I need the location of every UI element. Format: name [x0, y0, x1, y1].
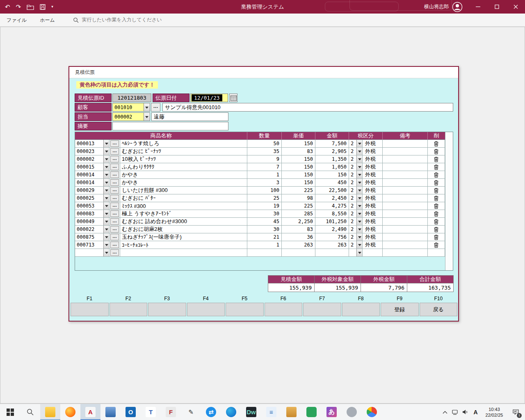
unit-price-cell[interactable]: 98	[282, 194, 315, 202]
product-lookup-button[interactable]: …	[110, 195, 119, 201]
outlook-icon[interactable]: O	[121, 404, 141, 420]
table-scrollbar-track[interactable]	[445, 132, 453, 270]
product-name-cell[interactable]: 玉ねぎﾁｯﾌﾟｽ(一味唐辛子)	[120, 233, 247, 241]
settings-app-icon[interactable]	[342, 404, 362, 420]
tax-class-dropdown-button[interactable]	[356, 210, 362, 217]
product-code-combo[interactable]: 000013	[75, 140, 109, 147]
quantity-cell[interactable]: 35	[247, 148, 282, 155]
quantity-cell[interactable]: 3	[247, 179, 282, 187]
product-lookup-button[interactable]: …	[110, 203, 119, 209]
fax-app-icon[interactable]: F	[161, 404, 181, 420]
tax-class-dropdown-button[interactable]	[356, 155, 362, 163]
tax-class-combo[interactable]: 2	[349, 140, 362, 147]
delete-row-button[interactable]	[434, 242, 438, 248]
product-name-cell[interactable]: ﾍﾙｼｰうす焼しろ	[120, 140, 247, 148]
file-tab[interactable]: ファイル	[0, 14, 33, 27]
delete-row-button[interactable]	[434, 164, 438, 170]
function-key-button[interactable]: 登録	[381, 303, 419, 316]
product-code-combo[interactable]: 000025	[75, 194, 109, 202]
quantity-cell[interactable]: 1	[247, 171, 282, 179]
unit-price-cell[interactable]: 150	[282, 179, 315, 187]
start-button[interactable]	[0, 404, 20, 420]
delete-row-button[interactable]	[434, 180, 438, 185]
save-icon[interactable]	[40, 4, 46, 10]
text-editor-icon[interactable]: T	[141, 404, 161, 420]
function-key-button[interactable]	[226, 303, 264, 316]
close-button[interactable]	[506, 0, 525, 14]
tax-class-dropdown-button[interactable]	[356, 202, 362, 210]
quantity-cell[interactable]: 1	[247, 241, 282, 249]
product-lookup-button[interactable]: …	[110, 171, 119, 178]
customer-code-combo[interactable]: 001010	[112, 103, 150, 112]
note-cell[interactable]	[383, 194, 428, 202]
chrome-icon[interactable]	[362, 404, 382, 420]
product-lookup-button[interactable]: …	[110, 179, 119, 186]
tax-class-dropdown-button[interactable]	[356, 163, 362, 171]
product-code-combo[interactable]	[75, 249, 109, 256]
unit-price-cell[interactable]: 2,250	[282, 218, 315, 226]
unit-price-cell[interactable]: 150	[282, 163, 315, 171]
edge-browser-icon[interactable]	[221, 404, 241, 420]
quantity-cell[interactable]: 45	[247, 218, 282, 226]
product-name-cell[interactable]: しいたけ煎餅 #300	[120, 187, 247, 194]
tray-expand-chevron-icon[interactable]	[440, 404, 450, 420]
tax-class-dropdown-button[interactable]	[356, 226, 362, 233]
product-code-combo[interactable]: 000023	[75, 148, 109, 155]
ime-indicator[interactable]: A	[470, 404, 481, 420]
tax-class-combo[interactable]: 2	[349, 241, 362, 249]
note-cell[interactable]	[383, 202, 428, 210]
tell-me-search[interactable]: 実行したい作業を入力してください	[73, 16, 162, 23]
function-key-button[interactable]	[110, 303, 148, 316]
note-cell[interactable]	[383, 163, 428, 171]
product-code-dropdown-button[interactable]	[103, 233, 109, 241]
action-center-icon[interactable]: 1	[508, 404, 523, 420]
note-cell[interactable]	[383, 226, 428, 233]
delete-row-button[interactable]	[434, 196, 438, 201]
access-app-icon[interactable]: A	[80, 404, 100, 420]
package-app-icon[interactable]	[281, 404, 301, 420]
tax-class-dropdown-button[interactable]	[356, 179, 362, 186]
product-code-dropdown-button[interactable]	[103, 171, 109, 178]
delete-row-button[interactable]	[434, 172, 438, 178]
slip-date-input[interactable]: 12/01/23	[190, 94, 228, 102]
quantity-cell[interactable]: 50	[247, 140, 282, 148]
unit-price-cell[interactable]: 225	[282, 202, 315, 210]
quick-access-caret-icon[interactable]: ▾	[51, 5, 53, 9]
note-cell[interactable]	[383, 218, 428, 226]
volume-icon[interactable]	[460, 404, 470, 420]
delete-row-button[interactable]	[434, 235, 438, 240]
product-code-dropdown-button[interactable]	[103, 210, 109, 217]
quantity-cell[interactable]: 30	[247, 210, 282, 218]
ime-pad-icon[interactable]: あ	[322, 404, 342, 420]
user-avatar[interactable]	[452, 2, 463, 12]
note-cell[interactable]	[383, 148, 428, 155]
quantity-cell[interactable]: 19	[247, 202, 282, 210]
product-code-dropdown-button[interactable]	[103, 249, 109, 256]
product-code-dropdown-button[interactable]	[103, 140, 109, 147]
pen-tool-icon[interactable]: ✎	[181, 404, 201, 420]
product-lookup-button[interactable]: …	[110, 249, 119, 256]
tax-class-dropdown-button[interactable]	[356, 194, 362, 202]
product-code-combo[interactable]: 000875	[75, 233, 109, 241]
product-lookup-button[interactable]: …	[110, 148, 119, 155]
function-key-button[interactable]	[342, 303, 380, 316]
product-code-dropdown-button[interactable]	[103, 226, 109, 233]
product-name-cell[interactable]: むぎおに ﾋﾟｰﾅｯﾂ	[120, 148, 247, 155]
function-key-button[interactable]	[303, 303, 341, 316]
product-code-combo[interactable]: 000014	[75, 171, 109, 178]
product-lookup-button[interactable]: …	[110, 226, 119, 233]
product-name-cell[interactable]	[120, 249, 247, 257]
function-key-button[interactable]	[187, 303, 225, 316]
summary-field[interactable]	[112, 122, 228, 130]
note-cell[interactable]	[383, 155, 428, 163]
product-lookup-button[interactable]: …	[110, 242, 119, 248]
sync-app-icon[interactable]: ⇄	[201, 404, 221, 420]
product-code-dropdown-button[interactable]	[103, 148, 109, 155]
tax-class-combo[interactable]: 2	[349, 194, 362, 202]
product-code-combo[interactable]: 000015	[75, 163, 109, 171]
product-name-cell[interactable]: 10枚入 ﾋﾟｰﾅｯﾂ	[120, 155, 247, 163]
customer-name-field[interactable]: サンプル得意先001010	[162, 103, 453, 112]
open-folder-icon[interactable]	[27, 4, 34, 10]
note-cell[interactable]	[383, 140, 428, 148]
product-lookup-button[interactable]: …	[110, 234, 119, 240]
